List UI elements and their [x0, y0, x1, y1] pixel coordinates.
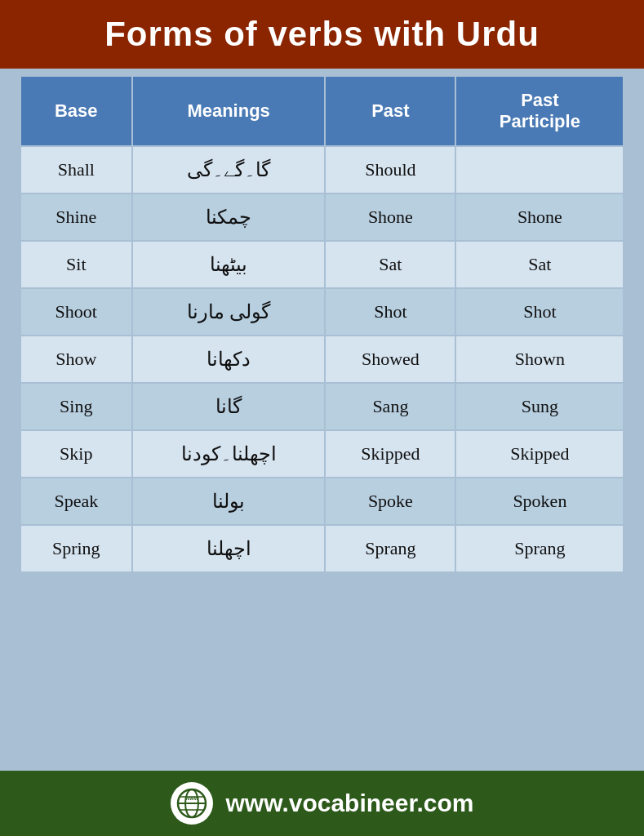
- cell-meanings: گولی مارنا: [132, 288, 325, 336]
- cell-past: Showed: [325, 336, 455, 383]
- cell-past-participle: Sat: [455, 241, 624, 288]
- cell-base: Shall: [20, 146, 132, 193]
- table-row: Shallگا۔گے۔گیShould: [20, 146, 624, 193]
- cell-meanings: بیٹھنا: [132, 241, 325, 288]
- footer-bar: www www.vocabineer.com: [0, 771, 644, 836]
- table-row: Shootگولی مارناShotShot: [20, 288, 624, 336]
- cell-past-participle: Skipped: [455, 430, 624, 478]
- cell-past: Sprang: [325, 525, 455, 572]
- cell-meanings: اچھلنا۔کودنا: [132, 430, 325, 478]
- cell-meanings: چمکنا: [132, 193, 325, 241]
- table-row: SitبیٹھناSatSat: [20, 241, 624, 288]
- cell-past-participle: Sprang: [455, 525, 624, 572]
- cell-past-participle: Shown: [455, 336, 624, 383]
- table-row: SpringاچھلناSprangSprang: [20, 525, 624, 572]
- cell-past-participle: Sung: [455, 383, 624, 430]
- cell-past-participle: Shone: [455, 193, 624, 241]
- svg-text:www: www: [184, 795, 198, 801]
- table-row: ShowدکھاناShowedShown: [20, 336, 624, 383]
- cell-past-participle: [455, 146, 624, 193]
- cell-past-participle: Shot: [455, 288, 624, 336]
- cell-past: Skipped: [325, 430, 455, 478]
- table-row: ShineچمکناShoneShone: [20, 193, 624, 241]
- table-container: Base Meanings Past PastParticiple Shallگ…: [20, 75, 625, 764]
- page-title: Forms of verbs with Urdu: [16, 15, 628, 54]
- col-past: Past: [325, 76, 455, 146]
- page-wrapper: Forms of verbs with Urdu Base Meanings P…: [0, 0, 644, 836]
- cell-base: Sit: [20, 241, 132, 288]
- cell-past: Sang: [325, 383, 455, 430]
- cell-meanings: دکھانا: [132, 336, 325, 383]
- verbs-table: Base Meanings Past PastParticiple Shallگ…: [20, 75, 625, 573]
- cell-meanings: گانا: [132, 383, 325, 430]
- cell-meanings: اچھلنا: [132, 525, 325, 572]
- table-row: SpeakبولناSpokeSpoken: [20, 478, 624, 525]
- col-base: Base: [20, 76, 132, 146]
- cell-base: Sing: [20, 383, 132, 430]
- col-meanings: Meanings: [132, 76, 325, 146]
- cell-base: Skip: [20, 430, 132, 478]
- col-past-participle: PastParticiple: [455, 76, 624, 146]
- cell-meanings: گا۔گے۔گی: [132, 146, 325, 193]
- cell-past-participle: Spoken: [455, 478, 624, 525]
- footer-url: www.vocabineer.com: [226, 789, 474, 817]
- globe-icon-container: www: [171, 782, 213, 825]
- table-header-row: Base Meanings Past PastParticiple: [20, 76, 624, 146]
- cell-past: Shone: [325, 193, 455, 241]
- cell-past: Shot: [325, 288, 455, 336]
- table-row: Skipاچھلنا۔کودناSkippedSkipped: [20, 430, 624, 478]
- table-row: SingگاناSangSung: [20, 383, 624, 430]
- cell-base: Show: [20, 336, 132, 383]
- cell-base: Spring: [20, 525, 132, 572]
- cell-base: Shine: [20, 193, 132, 241]
- www-globe-icon: www: [176, 788, 207, 819]
- cell-past: Sat: [325, 241, 455, 288]
- cell-base: Speak: [20, 478, 132, 525]
- cell-past: Spoke: [325, 478, 455, 525]
- cell-past: Should: [325, 146, 455, 193]
- title-bar: Forms of verbs with Urdu: [0, 0, 644, 69]
- cell-base: Shoot: [20, 288, 132, 336]
- cell-meanings: بولنا: [132, 478, 325, 525]
